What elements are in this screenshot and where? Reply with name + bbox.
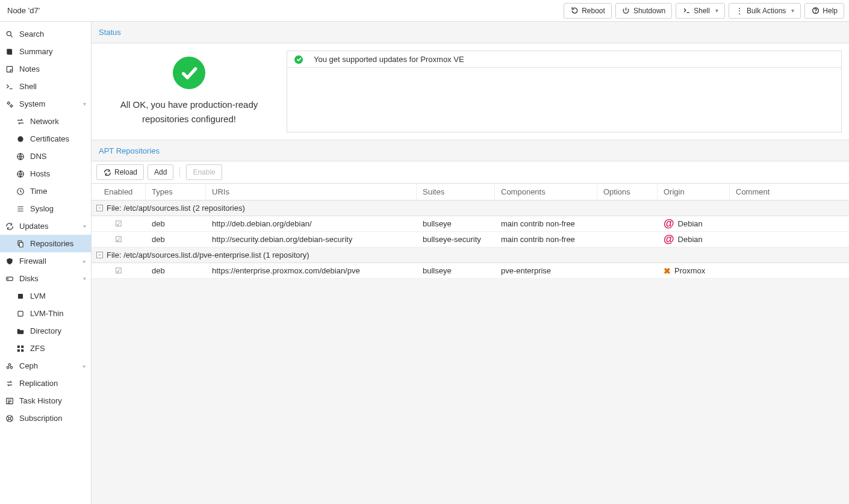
col-comment[interactable]: Comment: [730, 184, 849, 200]
svg-rect-14: [18, 293, 23, 298]
clock-icon: [16, 187, 25, 196]
repo-group-row[interactable]: −File: /etc/apt/sources.list (2 reposito…: [92, 201, 849, 216]
power-icon: [622, 7, 630, 15]
sidebar-item-label: ZFS: [30, 344, 45, 353]
sidebar-item-replication[interactable]: Replication: [0, 375, 91, 392]
sidebar-item-hosts[interactable]: Hosts: [0, 165, 91, 182]
cell-types: deb: [146, 232, 206, 247]
repo-group-label: File: /etc/apt/sources.list.d/pve-enterp…: [107, 250, 309, 260]
sidebar-item-directory[interactable]: Directory: [0, 322, 91, 340]
svg-point-13: [8, 278, 8, 279]
cell-comment: [730, 232, 849, 247]
check-icon: [294, 55, 303, 64]
svg-point-6: [17, 136, 23, 142]
reload-button[interactable]: Reload: [96, 164, 144, 180]
top-toolbar: Node 'd7' Reboot Shutdown Shell ▾ ⋮ Bulk…: [0, 0, 849, 22]
sidebar-item-task-history[interactable]: Task History: [0, 392, 91, 409]
sidebar-item-lvm[interactable]: LVM: [0, 287, 91, 305]
reboot-icon: [570, 7, 579, 15]
node-title: Node 'd7': [5, 6, 560, 15]
enabled-check-icon: ☑: [115, 219, 122, 228]
sidebar-item-label: Shell: [19, 82, 37, 91]
chevron-down-icon: ▾: [83, 275, 86, 282]
add-button[interactable]: Add: [148, 164, 173, 180]
support-icon: [5, 414, 14, 423]
th-icon: [16, 344, 25, 353]
sidebar-item-summary[interactable]: Summary: [0, 43, 91, 60]
status-message-row: You get supported updates for Proxmox VE: [287, 51, 841, 68]
repo-row[interactable]: ☑debhttps://enterprise.proxmox.com/debia…: [92, 263, 849, 279]
files-icon: [16, 240, 25, 248]
sidebar-item-lvm-thin[interactable]: LVM-Thin: [0, 305, 91, 322]
sidebar-item-notes[interactable]: Notes: [0, 60, 91, 78]
sidebar-item-syslog[interactable]: Syslog: [0, 200, 91, 217]
col-options[interactable]: Options: [597, 184, 658, 200]
sidebar-item-disks[interactable]: Disks▾: [0, 270, 91, 287]
sidebar-item-shell[interactable]: Shell: [0, 78, 91, 95]
sidebar-item-certificates[interactable]: Certificates: [0, 130, 91, 148]
col-uris[interactable]: URIs: [206, 184, 417, 200]
collapse-icon[interactable]: −: [96, 205, 103, 211]
cell-components: main contrib non-free: [495, 216, 597, 231]
sidebar-item-subscription[interactable]: Subscription: [0, 409, 91, 427]
bulk-actions-button[interactable]: ⋮ Bulk Actions ▾: [729, 3, 801, 19]
svg-point-5: [10, 105, 12, 107]
col-origin[interactable]: Origin: [658, 184, 730, 200]
repo-group-row[interactable]: −File: /etc/apt/sources.list.d/pve-enter…: [92, 247, 849, 263]
cell-options: [597, 216, 658, 231]
sidebar-item-firewall[interactable]: Firewall▸: [0, 252, 91, 270]
enable-button[interactable]: Enable: [186, 164, 222, 180]
col-components[interactable]: Components: [495, 184, 597, 200]
square-filled-icon: [16, 292, 25, 300]
sidebar-item-label: Certificates: [30, 134, 69, 143]
svg-point-2: [7, 31, 11, 36]
shell-button[interactable]: Shell ▾: [676, 3, 725, 19]
sidebar-item-label: Directory: [30, 326, 61, 335]
sidebar-item-system[interactable]: System▾: [0, 95, 91, 113]
cell-origin: @Debian: [658, 232, 730, 247]
svg-point-21: [7, 366, 9, 369]
col-enabled[interactable]: Enabled: [92, 184, 146, 200]
globe-icon: [16, 170, 25, 178]
repo-row[interactable]: ☑debhttp://deb.debian.org/debian/bullsey…: [92, 216, 849, 232]
sidebar-item-label: Updates: [19, 222, 48, 231]
svg-point-22: [10, 366, 13, 369]
refresh-icon: [5, 222, 14, 231]
sidebar-item-time[interactable]: Time: [0, 182, 91, 200]
sidebar-item-updates[interactable]: Updates▾: [0, 217, 91, 235]
chevron-down-icon: ▾: [715, 7, 718, 14]
sidebar-item-label: DNS: [30, 152, 46, 161]
debian-icon: @: [664, 217, 674, 230]
col-suites[interactable]: Suites: [417, 184, 495, 200]
shutdown-button[interactable]: Shutdown: [615, 3, 672, 19]
reboot-button[interactable]: Reboot: [564, 3, 612, 19]
sidebar-item-label: LVM: [30, 291, 46, 300]
chevron-down-icon: ▾: [83, 101, 86, 107]
list-icon: [16, 205, 25, 213]
sidebar-item-label: System: [19, 99, 45, 108]
refresh-icon: [103, 168, 111, 176]
sidebar-item-zfs[interactable]: ZFS: [0, 340, 91, 357]
status-messages: You get supported updates for Proxmox VE: [287, 51, 842, 132]
sidebar-item-ceph[interactable]: Ceph▸: [0, 357, 91, 375]
collapse-icon[interactable]: −: [96, 252, 103, 258]
svg-point-1: [815, 12, 816, 13]
status-ok-icon: [173, 57, 205, 89]
chevron-right-icon: ▸: [83, 258, 86, 264]
col-types[interactable]: Types: [146, 184, 206, 200]
sidebar-item-label: Time: [30, 187, 47, 196]
enabled-check-icon: ☑: [115, 235, 122, 244]
status-summary-text: All OK, you have production-ready reposi…: [104, 98, 275, 126]
sidebar-item-dns[interactable]: DNS: [0, 148, 91, 165]
debian-icon: @: [664, 233, 674, 246]
list-alt-icon: [5, 397, 14, 405]
sidebar-item-network[interactable]: Network: [0, 113, 91, 130]
sidebar-item-search[interactable]: Search: [0, 25, 91, 43]
chevron-right-icon: ▸: [83, 362, 86, 369]
cell-origin: @Debian: [658, 216, 730, 231]
sidebar-item-repositories[interactable]: Repositories: [0, 235, 91, 252]
sidebar-item-label: Disks: [19, 274, 39, 283]
help-button[interactable]: Help: [804, 3, 844, 19]
repo-toolbar: Reload Add Enable: [92, 161, 849, 184]
repo-row[interactable]: ☑debhttp://security.debian.org/debian-se…: [92, 232, 849, 247]
